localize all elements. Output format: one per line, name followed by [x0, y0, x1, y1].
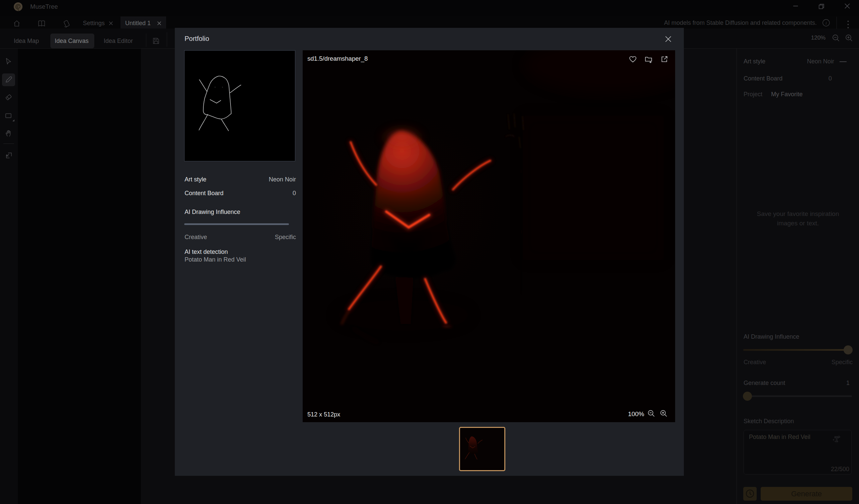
svg-text:i: i [826, 20, 827, 26]
